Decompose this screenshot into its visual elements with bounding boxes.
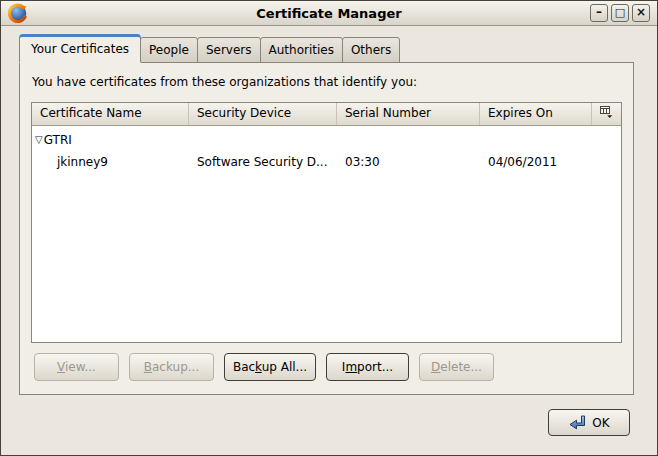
certificate-manager-window: Certificate Manager – □ × Your Certifica…: [0, 0, 658, 456]
minimize-button[interactable]: –: [590, 4, 608, 22]
ok-button[interactable]: OK: [548, 409, 630, 436]
backup-button[interactable]: Backup...: [129, 353, 214, 381]
tab-servers[interactable]: Servers: [197, 37, 261, 63]
delete-button[interactable]: Delete...: [419, 353, 494, 381]
firefox-icon: [8, 3, 28, 23]
tree-row-gtri[interactable]: ▽ GTRI: [32, 129, 621, 151]
titlebar[interactable]: Certificate Manager – □ ×: [1, 1, 657, 26]
column-header-certificate-name[interactable]: Certificate Name: [32, 103, 189, 125]
column-header-security-device[interactable]: Security Device: [189, 103, 337, 125]
view-button[interactable]: View...: [34, 353, 119, 381]
tab-people[interactable]: People: [140, 37, 198, 63]
tab-others[interactable]: Others: [342, 37, 400, 63]
column-picker-icon: [600, 104, 613, 125]
backup-all-button[interactable]: Backup All...: [224, 353, 316, 381]
org-name: GTRI: [44, 133, 72, 147]
intro-text: You have certificates from these organiz…: [32, 75, 622, 89]
cert-serial-cell: 03:30: [337, 155, 480, 169]
window-controls: – □ ×: [590, 4, 650, 22]
tree-row-jkinney9[interactable]: jkinney9 Software Security D... 03:30 04…: [32, 151, 621, 173]
column-header-serial-number[interactable]: Serial Number: [337, 103, 480, 125]
ok-button-label: OK: [592, 416, 609, 430]
column-header-expires-on[interactable]: Expires On: [480, 103, 592, 125]
dialog-footer: OK: [1, 395, 657, 436]
your-certificates-panel: You have certificates from these organiz…: [19, 62, 634, 395]
certificate-tree: Certificate Name Security Device Serial …: [31, 102, 622, 343]
import-button[interactable]: Import...: [326, 353, 409, 381]
window-title: Certificate Manager: [1, 6, 657, 21]
action-buttons: View... Backup... Backup All... Import..…: [34, 353, 622, 381]
enter-arrow-icon: [568, 415, 586, 430]
column-picker-button[interactable]: [592, 103, 621, 125]
tree-body: ▽ GTRI jkinney9 Software Security D... 0…: [32, 129, 621, 173]
tab-your-certificates[interactable]: Your Certificates: [19, 34, 141, 63]
expander-icon[interactable]: ▽: [35, 135, 43, 145]
tab-authorities[interactable]: Authorities: [260, 37, 343, 63]
cert-device-cell: Software Security D...: [189, 155, 337, 169]
tab-strip: Your Certificates People Servers Authori…: [1, 26, 657, 63]
close-button[interactable]: ×: [632, 4, 650, 22]
org-group-cell: ▽ GTRI: [32, 133, 189, 147]
tree-header: Certificate Name Security Device Serial …: [32, 103, 621, 126]
cert-expires-cell: 04/06/2011: [480, 155, 592, 169]
cert-name-cell: jkinney9: [32, 155, 189, 169]
maximize-button[interactable]: □: [611, 4, 629, 22]
